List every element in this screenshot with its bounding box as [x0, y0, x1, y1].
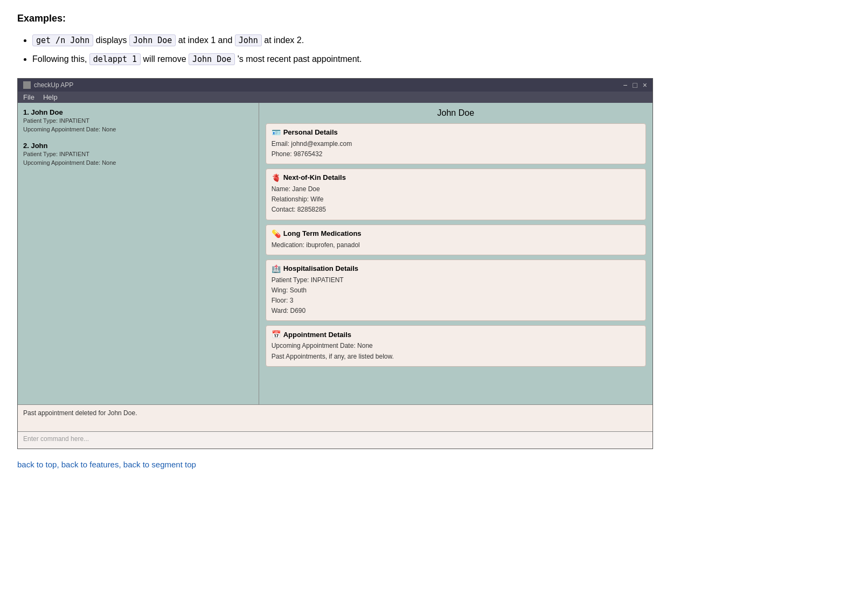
patient-2-meta: Patient Type: INPATIENT Upcoming Appoint… — [23, 150, 253, 167]
back-to-top-link[interactable]: back to top — [17, 460, 57, 469]
nok-details-card: 🫀 Next-of-Kin Details Name: Jane Doe Rel… — [266, 169, 646, 220]
menu-help[interactable]: Help — [43, 93, 58, 101]
titlebar-left: checkUp APP — [23, 81, 73, 89]
appointment-card: 📅 Appointment Details Upcoming Appointme… — [266, 325, 646, 366]
bullet-list: get /n John displays John Doe at index 1… — [17, 33, 830, 67]
nav-links: back to top, back to features, back to s… — [17, 460, 830, 469]
back-to-features-link[interactable]: back to features — [61, 460, 119, 469]
appointment-content: Upcoming Appointment Date: None Past App… — [272, 341, 640, 361]
patient-entry-1[interactable]: 1. John Doe Patient Type: INPATIENT Upco… — [23, 108, 253, 134]
status-text: Past appointment deleted for John Doe. — [23, 409, 137, 417]
maximize-button[interactable]: □ — [633, 81, 637, 89]
personal-details-title: 🪪 Personal Details — [272, 128, 640, 137]
bullet-2-text-1: Following this, — [32, 54, 89, 64]
app-icon — [23, 81, 31, 89]
patient-entry-2[interactable]: 2. John Patient Type: INPATIENT Upcoming… — [23, 142, 253, 167]
app-title: checkUp APP — [34, 81, 73, 89]
nok-content: Name: Jane Doe Relationship: Wife Contac… — [272, 184, 640, 215]
nok-details-title: 🫀 Next-of-Kin Details — [272, 173, 640, 182]
appointment-title: 📅 Appointment Details — [272, 330, 640, 339]
bullet-1-text-1: displays — [96, 36, 129, 45]
detail-patient-name: John Doe — [266, 108, 646, 118]
bullet-1-text-2: at index 1 and — [178, 36, 235, 45]
bullet-2-code-1: delappt 1 — [89, 53, 141, 65]
app-status-bar: Past appointment deleted for John Doe. — [18, 404, 652, 431]
hospitalisation-title: 🏥 Hospitalisation Details — [272, 264, 640, 273]
medications-card: 💊 Long Term Medications Medication: ibup… — [266, 225, 646, 255]
medications-label: Long Term Medications — [283, 229, 362, 237]
medications-content: Medication: ibuprofen, panadol — [272, 240, 640, 250]
personal-details-icon: 🪪 — [272, 128, 281, 137]
patient-1-name: 1. John Doe — [23, 108, 253, 116]
patient-1-meta: Patient Type: INPATIENT Upcoming Appoint… — [23, 116, 253, 134]
menu-file[interactable]: File — [23, 93, 34, 101]
personal-details-content: Email: johnd@example.com Phone: 98765432 — [272, 139, 640, 159]
close-button[interactable]: × — [643, 81, 647, 89]
bullet-item-2: Following this, delappt 1 will remove Jo… — [32, 52, 830, 67]
app-titlebar: checkUp APP − □ × — [18, 79, 652, 92]
app-menubar: File Help — [18, 92, 652, 103]
command-placeholder: Enter command here... — [23, 435, 89, 443]
hospitalisation-label: Hospitalisation Details — [283, 264, 358, 272]
medications-title: 💊 Long Term Medications — [272, 229, 640, 238]
app-command-bar[interactable]: Enter command here... — [18, 431, 652, 449]
bullet-1-text-3: at index 2. — [264, 36, 304, 45]
examples-heading: Examples: — [17, 13, 830, 24]
bullet-item-1: get /n John displays John Doe at index 1… — [32, 33, 830, 48]
personal-details-label: Personal Details — [283, 128, 338, 136]
nok-label: Next-of-Kin Details — [283, 173, 346, 181]
personal-details-card: 🪪 Personal Details Email: johnd@example.… — [266, 123, 646, 164]
bullet-2-text-3: 's most recent past appointment. — [238, 54, 362, 64]
minimize-button[interactable]: − — [623, 81, 627, 89]
app-body: 1. John Doe Patient Type: INPATIENT Upco… — [18, 103, 652, 404]
medications-icon: 💊 — [272, 229, 281, 238]
bullet-1-code-2: John Doe — [129, 34, 176, 46]
nok-icon: 🫀 — [272, 173, 281, 182]
bullet-1-code-3: John — [235, 34, 262, 46]
bullet-2-code-2: John Doe — [189, 53, 235, 65]
titlebar-controls[interactable]: − □ × — [623, 81, 647, 89]
back-to-segment-top-link[interactable]: back to segment top — [123, 460, 196, 469]
bullet-1-code-1: get /n John — [32, 34, 93, 46]
hospitalisation-icon: 🏥 — [272, 264, 281, 273]
appointment-label: Appointment Details — [283, 331, 351, 339]
hospitalisation-card: 🏥 Hospitalisation Details Patient Type: … — [266, 260, 646, 321]
hospitalisation-content: Patient Type: INPATIENT Wing: South Floo… — [272, 275, 640, 317]
bullet-2-text-2: will remove — [143, 54, 189, 64]
patient-list-panel: 1. John Doe Patient Type: INPATIENT Upco… — [18, 103, 259, 404]
app-window: checkUp APP − □ × File Help 1. John Doe … — [17, 78, 653, 449]
appointment-icon: 📅 — [272, 330, 281, 339]
patient-2-name: 2. John — [23, 142, 253, 150]
patient-detail-panel: John Doe 🪪 Personal Details Email: johnd… — [259, 103, 652, 404]
